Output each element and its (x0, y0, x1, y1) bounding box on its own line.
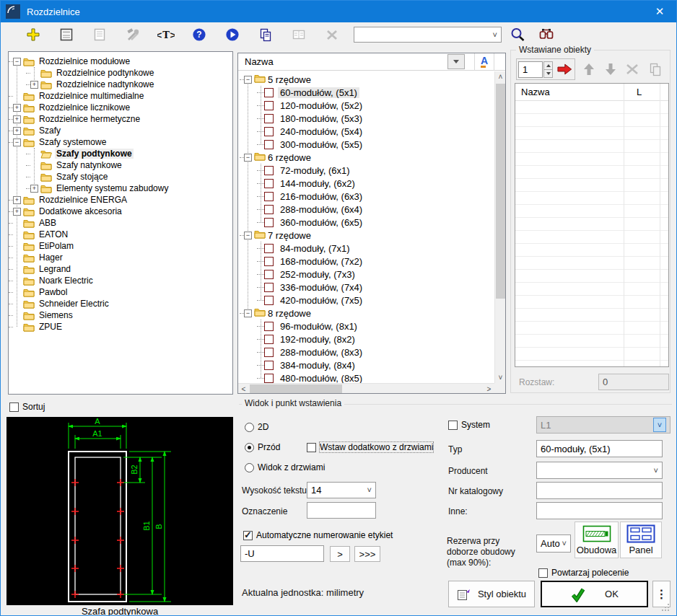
tree-expander-icon[interactable]: − (244, 309, 252, 317)
search-button[interactable] (509, 26, 526, 43)
list-item[interactable]: 60-modułów, (5x1) (238, 86, 494, 99)
insert-count-spinner[interactable] (543, 61, 554, 78)
properties-button[interactable] (58, 26, 75, 43)
col-nazwa[interactable]: Nazwa (521, 87, 550, 97)
tree-item[interactable]: +Szafy (9, 125, 232, 136)
scroll-up-icon[interactable]: ˄ (495, 71, 506, 82)
rezerwa-combobox[interactable]: Auto ˅ (536, 534, 571, 553)
list-item[interactable]: 84-moduły, (7x1) (238, 242, 494, 255)
panel-button[interactable]: Panel (620, 522, 662, 558)
scroll-down-icon[interactable]: ˅ (495, 372, 506, 383)
tree-expander-icon[interactable]: + (13, 104, 21, 112)
search-input[interactable] (358, 30, 493, 40)
list-item[interactable]: 216-modułów, (6x3) (238, 190, 494, 203)
list-item[interactable]: 288-modułów, (6x4) (238, 203, 494, 216)
play-button[interactable] (224, 26, 241, 43)
list-vscrollbar[interactable]: ˄ ˅ (494, 71, 505, 383)
help-button[interactable]: ? (191, 26, 208, 43)
radio-2d-row[interactable]: 2D (245, 422, 268, 432)
item-checkbox[interactable] (264, 361, 274, 370)
table-row[interactable] (515, 192, 668, 205)
table-row[interactable] (515, 153, 668, 166)
table-row[interactable] (515, 257, 668, 270)
mark-input[interactable] (311, 505, 372, 516)
tree-item[interactable]: +Rozdzielnice licznikowe (9, 102, 232, 113)
item-checkbox[interactable] (264, 296, 274, 305)
list-item[interactable]: 420-modułów, (7x5) (238, 294, 494, 307)
list-item[interactable]: 168-modułów, (7x2) (238, 255, 494, 268)
delete-button[interactable] (323, 26, 341, 43)
scroll-left-icon[interactable]: < (238, 384, 249, 394)
item-checkbox[interactable] (264, 335, 274, 344)
spin-up-button[interactable] (543, 61, 554, 70)
tree-expander-icon[interactable]: + (30, 81, 38, 89)
autonum-row[interactable]: Automatyczne numerowanie etykiet (243, 530, 393, 540)
search-combobox[interactable]: ˅ (354, 27, 502, 43)
tree-item[interactable]: Szafy natynkowe (9, 159, 232, 171)
tree-item[interactable]: +Rozdzielnice hermetyczne (9, 113, 232, 125)
item-checkbox[interactable] (264, 283, 274, 292)
obudowa-button[interactable]: Obudowa (575, 522, 619, 558)
close-button[interactable]: ✕ (647, 1, 672, 22)
text-height-combobox[interactable]: 14 ˅ (307, 482, 376, 498)
list-button[interactable] (91, 26, 108, 43)
tree-expander-icon[interactable]: + (13, 115, 21, 123)
spin-down-button[interactable] (543, 70, 554, 78)
tree-expander-icon[interactable]: − (13, 58, 21, 66)
tree-item[interactable]: Schneider Electric (9, 298, 232, 309)
list-item[interactable]: 72-moduły, (6x1) (238, 164, 494, 177)
table-row[interactable] (515, 283, 668, 296)
list-item[interactable]: 192-moduły, (8x2) (238, 333, 494, 346)
chevron-down-icon[interactable]: ˅ (493, 31, 497, 39)
table-row[interactable] (515, 205, 668, 218)
repeat-row[interactable]: Powtarzaj polecenie (538, 568, 629, 578)
tree-item[interactable]: Szafy stojące (9, 171, 232, 182)
producent-combobox[interactable]: ˅ (536, 462, 663, 479)
ok-button[interactable]: OK (541, 581, 648, 607)
typ-input[interactable] (541, 444, 658, 454)
table-row[interactable] (515, 244, 668, 257)
item-checkbox[interactable] (264, 374, 274, 383)
resize-grip[interactable] (662, 604, 671, 612)
col-l[interactable]: L (637, 87, 642, 97)
item-list[interactable]: −5 rzędowe60-modułów, (5x1)120-modułów, … (238, 71, 494, 383)
table-row[interactable] (515, 179, 668, 192)
tree-item[interactable]: ABB (9, 217, 232, 229)
list-item[interactable]: 96-modułów, (8x1) (238, 320, 494, 333)
tree-expander-icon[interactable]: − (244, 232, 252, 239)
table-row[interactable] (515, 270, 668, 283)
list-group-row[interactable]: −5 rzędowe (238, 73, 494, 86)
table-row[interactable] (515, 218, 668, 231)
tree-item[interactable]: Rozdzielnice podtynkowe (9, 67, 232, 79)
item-checkbox[interactable] (264, 192, 274, 201)
expand-all-button[interactable]: >>> (354, 546, 380, 562)
item-checkbox[interactable] (264, 257, 274, 266)
system-row[interactable]: System (448, 420, 490, 430)
list-item[interactable]: 252-moduły, (7x3) (238, 268, 494, 281)
find-button[interactable] (538, 26, 555, 43)
tree-expander-icon[interactable]: − (244, 154, 252, 162)
tree-item[interactable]: +Rozdzielnice ENERGA (9, 194, 232, 206)
table-row[interactable] (515, 335, 668, 348)
radio-2d[interactable] (245, 423, 254, 432)
tree-item[interactable]: Pawbol (9, 286, 232, 298)
item-checkbox[interactable] (264, 179, 274, 188)
system-checkbox[interactable] (448, 421, 458, 430)
radio-doors-row[interactable]: Widok z drzwiami (245, 462, 325, 472)
repeat-checkbox[interactable] (538, 568, 548, 578)
tree-expander-icon[interactable]: + (30, 185, 38, 193)
tree-item[interactable]: Szafy podtynkowe (9, 148, 232, 159)
list-item[interactable]: 480-modułów, (8x5) (238, 371, 494, 383)
text-button[interactable]: <T> (157, 26, 175, 43)
item-checkbox[interactable] (264, 127, 274, 136)
item-checkbox[interactable] (264, 114, 274, 123)
mark-field[interactable] (307, 502, 376, 519)
list-group-row[interactable]: −6 rzędowe (238, 151, 494, 164)
insert-count-field[interactable] (518, 61, 543, 78)
list-item[interactable]: 360-modułów, (6x5) (238, 216, 494, 229)
insert-arrow-icon[interactable] (556, 62, 573, 76)
columns-button[interactable] (290, 26, 307, 43)
item-checkbox[interactable] (264, 270, 274, 279)
autonum-checkbox[interactable] (243, 531, 253, 540)
tree-item[interactable]: EATON (9, 229, 232, 240)
